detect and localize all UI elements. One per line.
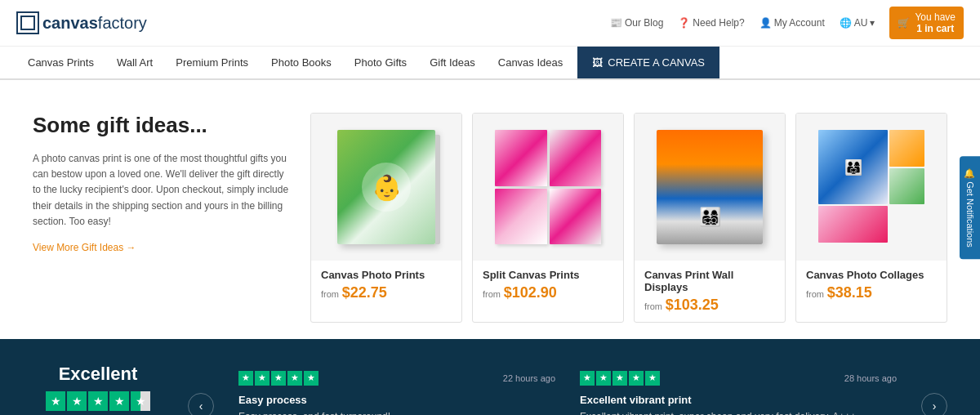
nav-photo-books[interactable]: Photo Books [260, 47, 343, 78]
hero-section: Some gift ideas... A photo canvas print … [0, 80, 980, 339]
rs1: ★ [580, 371, 595, 386]
product-info-wall-displays: Canvas Print Wall Displays from $103.25 [635, 261, 785, 322]
product-title: Canvas Print Wall Displays [644, 269, 775, 293]
product-card-canvas-prints[interactable]: 👶 Canvas Photo Prints from $22.75 [310, 113, 462, 323]
review-time-1: 22 hours ago [503, 373, 555, 383]
review-header-2: ★ ★ ★ ★ ★ 28 hours ago [580, 371, 897, 390]
excellent-label: Excellent [33, 364, 163, 385]
hero-title: Some gift ideas... [33, 113, 294, 138]
nav-canvas-ideas[interactable]: Canvas Ideas [487, 47, 575, 78]
star-3: ★ [88, 391, 108, 411]
chevron-down-icon: ▾ [870, 17, 875, 29]
logo-icon [16, 11, 39, 34]
product-image-canvas-prints: 👶 [311, 114, 461, 261]
globe-icon: 🌐 [840, 17, 852, 29]
canvas-split-art [495, 130, 601, 244]
product-card-split-prints[interactable]: Split Canvas Prints from $102.90 [472, 113, 624, 323]
rs2: ★ [255, 371, 270, 386]
rs3: ★ [612, 371, 627, 386]
logo-text: canvasfactory [42, 14, 147, 33]
main-navigation: Canvas Prints Wall Art Premium Prints Ph… [0, 47, 980, 80]
blog-link[interactable]: 📰 Our Blog [610, 17, 663, 29]
review-title-1: Easy process [238, 394, 555, 406]
bell-icon: 🔔 [964, 167, 975, 178]
next-review-button[interactable]: › [921, 393, 947, 415]
help-icon: ❓ [678, 17, 690, 29]
review-card-1: ★ ★ ★ ★ ★ 22 hours ago Easy process Easy… [238, 371, 555, 416]
rs1: ★ [238, 371, 253, 386]
product-image-collages: 👨‍👩‍👧 [796, 114, 947, 261]
notifications-tab[interactable]: 🔔 Get Notifications [960, 156, 980, 259]
rs5: ★ [645, 371, 660, 386]
review-stars-2: ★ ★ ★ ★ ★ [580, 371, 660, 386]
create-canvas-button[interactable]: 🖼 CREATE A CANVAS [577, 47, 719, 78]
review-stars-1: ★ ★ ★ ★ ★ [238, 371, 318, 386]
help-link[interactable]: ❓ Need Help? [678, 17, 744, 29]
top-navigation: 📰 Our Blog ❓ Need Help? 👤 My Account 🌐 A… [610, 7, 964, 39]
canvas-icon: 🖼 [592, 56, 603, 69]
rs2: ★ [596, 371, 611, 386]
region-link[interactable]: 🌐 AU ▾ [840, 17, 875, 29]
nav-premium-prints[interactable]: Premium Prints [164, 47, 260, 78]
hero-description: A photo canvas print is one of the most … [33, 151, 294, 230]
cart-button[interactable]: 🛒 You have 1 in cart [889, 7, 964, 39]
blog-icon: 📰 [610, 17, 622, 29]
review-time-2: 28 hours ago [844, 373, 897, 383]
trustpilot-summary: Excellent ★ ★ ★ ★ ★ Based on 2,615 revie… [33, 364, 163, 415]
star-1: ★ [46, 391, 65, 411]
canvas-single-art: 👶 [337, 130, 435, 244]
canvas-wall-art: 👨‍👩‍👧‍👦 [657, 130, 763, 244]
account-link[interactable]: 👤 My Account [760, 17, 825, 29]
rs3: ★ [271, 371, 286, 386]
review-title-2: Excellent vibrant print [580, 394, 897, 406]
rs5: ★ [304, 371, 318, 386]
product-title: Canvas Photo Prints [321, 269, 452, 281]
nav-photo-gifts[interactable]: Photo Gifts [343, 47, 418, 78]
product-title: Split Canvas Prints [483, 269, 613, 281]
top-bar: canvasfactory 📰 Our Blog ❓ Need Help? 👤 … [0, 0, 980, 47]
review-body-1: Easy process, and fast turnaround! [238, 409, 555, 416]
star-5: ★ [131, 391, 150, 411]
review-card-2: ★ ★ ★ ★ ★ 28 hours ago Excellent vibrant… [580, 371, 897, 416]
canvas-collage-art: 👨‍👩‍👧 [818, 130, 924, 244]
product-image-wall-displays: 👨‍👩‍👧‍👦 [635, 114, 785, 261]
rs4: ★ [629, 371, 644, 386]
cart-icon: 🛒 [898, 17, 910, 29]
products-row: 👶 Canvas Photo Prints from $22.75 [310, 113, 947, 323]
product-info-split-prints: Split Canvas Prints from $102.90 [473, 261, 623, 310]
product-title: Canvas Photo Collages [806, 269, 937, 281]
product-image-split-prints [473, 114, 623, 261]
rating-stars: ★ ★ ★ ★ ★ [33, 391, 163, 411]
nav-canvas-prints[interactable]: Canvas Prints [16, 47, 105, 78]
product-card-collages[interactable]: 👨‍👩‍👧 Canvas Photo Collages from $38.15 [795, 113, 947, 323]
rs4: ★ [287, 371, 302, 386]
star-2: ★ [67, 391, 87, 411]
account-icon: 👤 [760, 17, 772, 29]
prev-review-button[interactable]: ‹ [188, 393, 214, 415]
product-info-canvas-prints: Canvas Photo Prints from $22.75 [311, 261, 461, 310]
nav-gift-ideas[interactable]: Gift Ideas [418, 47, 487, 78]
view-more-link[interactable]: View More Gift Ideas → [33, 242, 136, 253]
logo[interactable]: canvasfactory [16, 11, 147, 34]
review-body-2: Excellent vibrant print, super cheap and… [580, 409, 897, 416]
star-4: ★ [109, 391, 129, 411]
review-header-1: ★ ★ ★ ★ ★ 22 hours ago [238, 371, 555, 390]
trustpilot-section: Excellent ★ ★ ★ ★ ★ Based on 2,615 revie… [0, 339, 980, 415]
nav-wall-art[interactable]: Wall Art [105, 47, 164, 78]
product-info-collages: Canvas Photo Collages from $38.15 [796, 261, 947, 310]
hero-text-area: Some gift ideas... A photo canvas print … [33, 113, 294, 253]
product-card-wall-displays[interactable]: 👨‍👩‍👧‍👦 Canvas Print Wall Displays from … [634, 113, 786, 323]
